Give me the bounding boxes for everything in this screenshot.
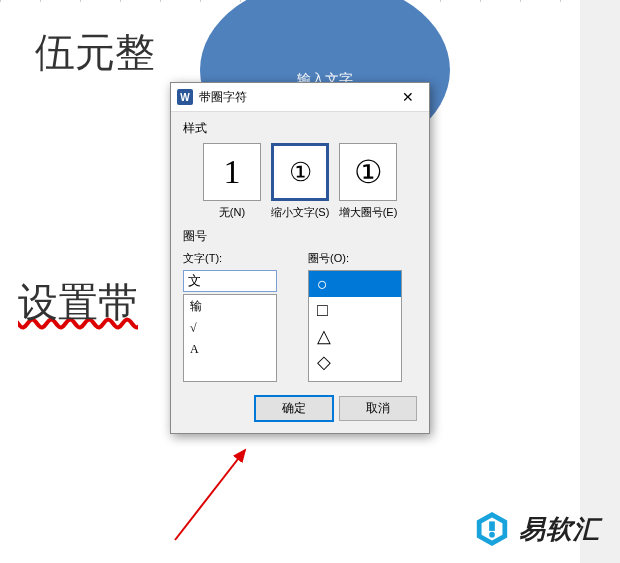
text-options-listbox[interactable]: 输 √ A [183,294,277,382]
list-item[interactable]: √ [184,318,276,339]
shape-item-circle[interactable]: ○ [309,271,401,297]
dialog-button-row: 确定 取消 [183,396,417,421]
dialog-body: 样式 1 无(N) ① 缩小文字(S) ① 增大圈号(E) 圈号 [171,112,429,433]
enclose-section-label: 圈号 [183,228,417,245]
triangle-icon: △ [317,327,331,345]
style-option-enlarge[interactable]: ① 增大圈号(E) [336,143,400,220]
list-item[interactable]: A [184,339,276,360]
list-item[interactable]: 输 [184,295,276,318]
style-preview-enlarge: ① [339,143,397,201]
text-input[interactable] [183,270,277,292]
svg-line-0 [175,450,245,540]
word-app-icon: W [177,89,193,105]
shape-item-diamond[interactable]: ◇ [309,349,401,375]
text-field-label: 文字(T): [183,251,292,266]
app-sidebar [580,0,620,563]
logo-icon [473,510,511,548]
logo-text: 易软汇 [519,512,600,547]
enclose-section: 圈号 文字(T): 输 √ A 圈号(O): ○ [183,228,417,382]
square-icon: □ [317,301,328,319]
document-page: 伍元整 输入文字 设置带 W 带圈字符 ✕ 样式 1 无(N) ① [0,0,580,563]
text-column: 文字(T): 输 √ A [183,251,292,382]
style-preview-none: 1 [203,143,261,201]
style-preview-shrink: ① [271,143,329,201]
dialog-title: W 带圈字符 [177,89,247,106]
style-option-none[interactable]: 1 无(N) [200,143,264,220]
watermark-logo: 易软汇 [473,510,600,548]
style-option-shrink[interactable]: ① 缩小文字(S) [268,143,332,220]
dialog-title-text: 带圈字符 [199,89,247,106]
ok-button[interactable]: 确定 [255,396,333,421]
style-options: 1 无(N) ① 缩小文字(S) ① 增大圈号(E) [183,143,417,220]
dialog-titlebar[interactable]: W 带圈字符 ✕ [171,83,429,112]
style-section-label: 样式 [183,120,417,137]
shape-field-label: 圈号(O): [308,251,417,266]
shape-item-square[interactable]: □ [309,297,401,323]
annotation-arrow [160,445,280,545]
circle-icon: ○ [317,275,328,293]
close-button[interactable]: ✕ [393,87,423,107]
style-caption-none: 无(N) [200,205,264,220]
document-text-line2: 设置带 [18,275,138,330]
style-caption-enlarge: 增大圈号(E) [336,205,400,220]
svg-point-4 [489,532,495,538]
shape-item-triangle[interactable]: △ [309,323,401,349]
cancel-button[interactable]: 取消 [339,396,417,421]
shape-column: 圈号(O): ○ □ △ ◇ [308,251,417,382]
diamond-icon: ◇ [317,353,331,371]
close-icon: ✕ [402,89,414,105]
svg-rect-3 [489,521,495,531]
enclose-characters-dialog: W 带圈字符 ✕ 样式 1 无(N) ① 缩小文字(S) ① 增大圈号 [170,82,430,434]
style-caption-shrink: 缩小文字(S) [268,205,332,220]
shape-options-listbox[interactable]: ○ □ △ ◇ [308,270,402,382]
document-text-line1: 伍元整 [35,25,155,80]
